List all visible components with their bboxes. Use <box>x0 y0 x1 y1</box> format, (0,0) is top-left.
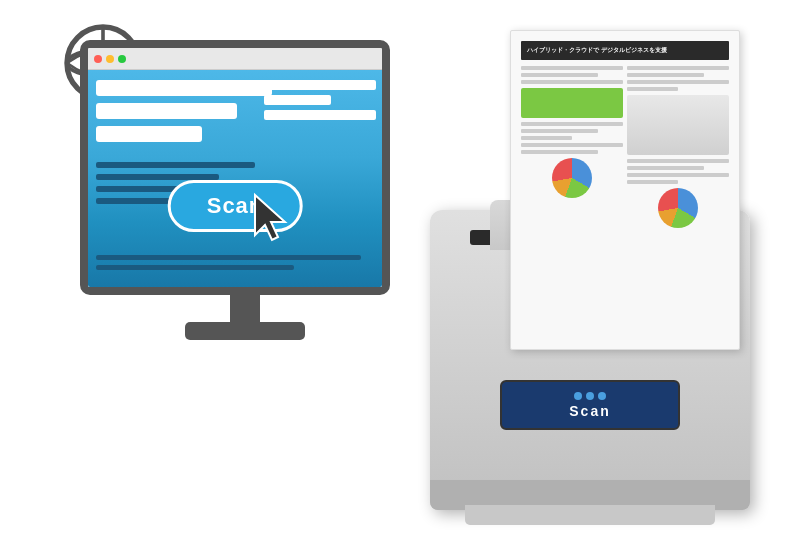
doc-r-line-7 <box>627 173 729 177</box>
scanner-scan-label[interactable]: Scan <box>569 403 610 419</box>
doc-chart-area <box>521 158 623 208</box>
monitor-stand-base <box>185 322 305 340</box>
web-right-content <box>264 80 376 125</box>
doc-line-3 <box>521 80 623 84</box>
bottom-bar-2 <box>96 265 294 270</box>
doc-r-line-3 <box>627 80 729 84</box>
doc-line-5 <box>521 129 598 133</box>
scanner-dot-1 <box>574 392 582 400</box>
web-right-bar-1 <box>264 80 376 90</box>
doc-image-block <box>627 95 729 155</box>
doc-r-line-8 <box>627 180 678 184</box>
web-right-bar-2 <box>264 95 331 105</box>
browser-toolbar <box>88 48 382 70</box>
monitor: Scan <box>80 40 410 350</box>
monitor-stand-neck <box>230 292 260 322</box>
document-header: ハイブリッド・クラウドで デジタルビジネスを支援 <box>521 41 729 60</box>
doc-r-chart <box>627 188 729 238</box>
doc-line-2 <box>521 73 598 77</box>
svg-marker-3 <box>255 195 285 240</box>
web-content: Scan <box>88 70 382 287</box>
doc-r-line-5 <box>627 159 729 163</box>
scanner-dot-2 <box>586 392 594 400</box>
web-bottom-bars <box>96 255 361 275</box>
doc-green-section <box>521 88 623 118</box>
web-right-bar-3 <box>264 110 376 120</box>
doc-pie-chart <box>552 158 592 198</box>
form-field-3 <box>96 126 202 142</box>
text-line-1 <box>96 162 255 168</box>
document-right-col <box>627 66 729 242</box>
main-scene: Scan <box>0 0 800 545</box>
form-field-1 <box>96 80 272 96</box>
scanner-device: ハイブリッド・クラウドで デジタルビジネスを支援 <box>430 30 770 510</box>
scanned-document: ハイブリッド・クラウドで デジタルビジネスを支援 <box>510 30 740 350</box>
monitor-screen: Scan <box>80 40 390 295</box>
mouse-cursor-icon <box>250 190 295 245</box>
doc-line-6 <box>521 136 572 140</box>
doc-line-7 <box>521 143 623 147</box>
browser-maximize-dot <box>118 55 126 63</box>
browser-minimize-dot <box>106 55 114 63</box>
scanner-output-tray <box>465 505 715 525</box>
bottom-bar-1 <box>96 255 361 260</box>
document-left-col <box>521 66 623 242</box>
scanner-display-content: Scan <box>569 392 610 419</box>
scanner-dot-3 <box>598 392 606 400</box>
doc-r-line-1 <box>627 66 729 70</box>
browser-close-dot <box>94 55 102 63</box>
doc-r-pie-chart <box>658 188 698 228</box>
doc-r-line-6 <box>627 166 704 170</box>
doc-line-1 <box>521 66 623 70</box>
scanner-display-indicators <box>569 392 610 400</box>
document-content <box>521 66 729 242</box>
doc-line-8 <box>521 150 598 154</box>
doc-line-4 <box>521 122 623 126</box>
doc-r-line-4 <box>627 87 678 91</box>
scanner-display-panel: Scan <box>500 380 680 430</box>
doc-r-line-2 <box>627 73 704 77</box>
form-field-2 <box>96 103 237 119</box>
